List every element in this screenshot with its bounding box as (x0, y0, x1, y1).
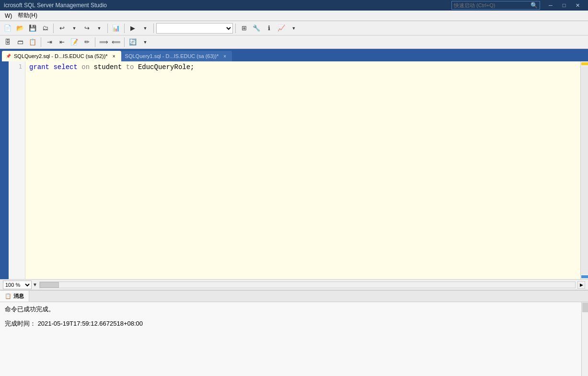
chart-btn[interactable]: 📈 (276, 23, 287, 34)
main-area: 1 grant select on student to EducQueryRo… (0, 61, 588, 376)
open-file-btn[interactable]: 📂 (14, 23, 26, 34)
undo-dropdown-btn[interactable]: ▼ (69, 23, 80, 34)
editor-wrapper: 1 grant select on student to EducQueryRo… (0, 61, 588, 279)
messages-tab-icon: 📋 (5, 293, 12, 299)
sep6 (41, 37, 41, 47)
wrench-btn[interactable]: 🔧 (251, 23, 262, 34)
tab-sqlquery2-label: SQLQuery2.sql - D...IS.EDUC (sa (52))* (14, 53, 108, 59)
results-to-grid-btn[interactable]: ⊞ (238, 23, 250, 34)
zoom-dropdown[interactable]: 100 % (3, 281, 32, 289)
outdent-btn[interactable]: ⇤ (56, 36, 68, 48)
line-number-1: 1 (9, 63, 22, 70)
comment-btn[interactable]: 📝 (69, 36, 80, 48)
kw-grant: grant (29, 63, 49, 71)
undo-btn[interactable]: ↩ (56, 23, 68, 34)
results-scrollbar-thumb[interactable] (582, 303, 588, 312)
indent-btn[interactable]: ⇥ (44, 36, 55, 48)
kw-student: student (93, 63, 126, 71)
scroll-marker-yellow (581, 62, 588, 65)
sep2 (107, 24, 108, 33)
toolbar-row-2: 🗄 🗃 📋 ⇥ ⇤ 📝 ✏ ⟹ ⟸ 🔄 ▼ (0, 35, 588, 49)
close-button[interactable]: ✕ (571, 0, 584, 11)
tab-bar: 📌 SQLQuery2.sql - D...IS.EDUC (sa (52))*… (0, 49, 588, 61)
completion-time: 2021-05-19T17:59:12.6672518+08:00 (38, 320, 143, 327)
results-wrapper: 命令已成功完成。 完成时间： 2021-05-19T17:59:12.66725… (0, 302, 588, 376)
tab-sqlquery1-close[interactable]: × (221, 53, 228, 59)
increase-indent-btn[interactable]: ⟹ (98, 36, 109, 48)
scroll-marker-blue (581, 275, 588, 278)
success-message: 命令已成功完成。 (5, 305, 576, 314)
execute-btn[interactable]: ▶ (127, 23, 138, 34)
completion-line: 完成时间： 2021-05-19T17:59:12.6672518+08:00 (5, 319, 576, 328)
title-bar: icrosoft SQL Server Management Studio 🔍 … (0, 0, 588, 11)
sep5 (235, 24, 236, 33)
results-panel: 📋 消息 命令已成功完成。 完成时间： 2021-05-19T17:59:12.… (0, 290, 588, 376)
editor-gutter: 1 (9, 61, 25, 279)
sol-explorer-btn[interactable]: 🗃 (14, 36, 26, 48)
scroll-track[interactable] (581, 66, 588, 274)
obj-explorer-btn[interactable]: 🗄 (2, 36, 13, 48)
menu-item-w[interactable]: W) (2, 12, 15, 20)
results-tab-messages[interactable]: 📋 消息 (0, 291, 29, 302)
title-bar-left: icrosoft SQL Server Management Studio (4, 2, 107, 9)
sep8 (124, 37, 125, 47)
tab-sqlquery1-label: SQLQuery1.sql - D...IS.EDUC (sa (63))* (125, 53, 219, 59)
editor-right-panel (580, 61, 588, 279)
zoom-expand-btn[interactable]: ▼ (33, 282, 37, 287)
database-selector[interactable] (156, 23, 233, 34)
toolbar-row-1: 📄 📂 💾 🗂 ↩ ▼ ↪ ▼ 📊 ▶ ▼ ⊞ 🔧 ℹ 📈 ▼ (0, 21, 588, 35)
quick-launch-input[interactable] (454, 2, 530, 8)
search-icon: 🔍 (530, 2, 538, 9)
zoom-bar: 100 % ▼ ▶ (0, 279, 588, 290)
scroll-right-btn[interactable]: ▶ (577, 281, 585, 289)
results-content: 命令已成功完成。 完成时间： 2021-05-19T17:59:12.66725… (0, 302, 581, 376)
sep4 (153, 24, 154, 33)
props-btn[interactable]: 📋 (27, 36, 38, 48)
execute-dropdown-btn[interactable]: ▼ (139, 23, 151, 34)
uncomment-btn[interactable]: ✏ (81, 36, 92, 48)
results-tab-bar: 📋 消息 (0, 291, 588, 302)
extra-btn[interactable]: ▼ (288, 23, 300, 34)
info-btn[interactable]: ℹ (263, 23, 275, 34)
menu-bar: W) 帮助(H) (0, 11, 588, 21)
quick-launch-search[interactable]: 🔍 (451, 1, 540, 10)
save-all-btn[interactable]: 🗂 (39, 23, 51, 34)
results-v-scrollbar[interactable] (581, 302, 588, 376)
kw-to: to (126, 63, 134, 71)
activity-monitor-btn[interactable]: 📊 (110, 23, 122, 34)
sep1 (53, 24, 54, 33)
new-query-btn[interactable]: 📄 (2, 23, 13, 34)
menu-item-help[interactable]: 帮助(H) (15, 11, 40, 21)
kw-on-word: on (81, 63, 90, 71)
sep7 (95, 37, 95, 47)
tab-sqlquery2-close[interactable]: × (111, 53, 117, 59)
redo-btn[interactable]: ↪ (81, 23, 92, 34)
messages-tab-label: 消息 (13, 293, 24, 300)
minimize-button[interactable]: ─ (544, 0, 557, 11)
sep3 (124, 24, 125, 33)
app-title: icrosoft SQL Server Management Studio (4, 2, 107, 9)
h-scrollbar[interactable] (39, 282, 576, 288)
tab-sqlquery2[interactable]: 📌 SQLQuery2.sql - D...IS.EDUC (sa (52))*… (2, 51, 121, 61)
maximize-button[interactable]: □ (557, 0, 571, 11)
h-scrollbar-thumb[interactable] (40, 282, 59, 288)
decrease-indent-btn[interactable]: ⟸ (110, 36, 122, 48)
editor-content[interactable]: grant select on student to EducQueryRole… (25, 61, 580, 279)
kw-role: EducQueryRole; (138, 63, 195, 71)
tab-pin-icon: 📌 (6, 54, 11, 59)
window-controls: ─ □ ✕ (544, 0, 584, 11)
completion-label: 完成时间： (5, 320, 36, 327)
tab-sqlquery1[interactable]: SQLQuery1.sql - D...IS.EDUC (sa (63))* × (121, 51, 232, 61)
kw-select: select (53, 63, 77, 71)
save-btn[interactable]: 💾 (27, 23, 38, 34)
refresh-dropdown-btn[interactable]: ▼ (139, 36, 151, 48)
redo-dropdown-btn[interactable]: ▼ (93, 23, 105, 34)
refresh-btn[interactable]: 🔄 (127, 36, 138, 48)
